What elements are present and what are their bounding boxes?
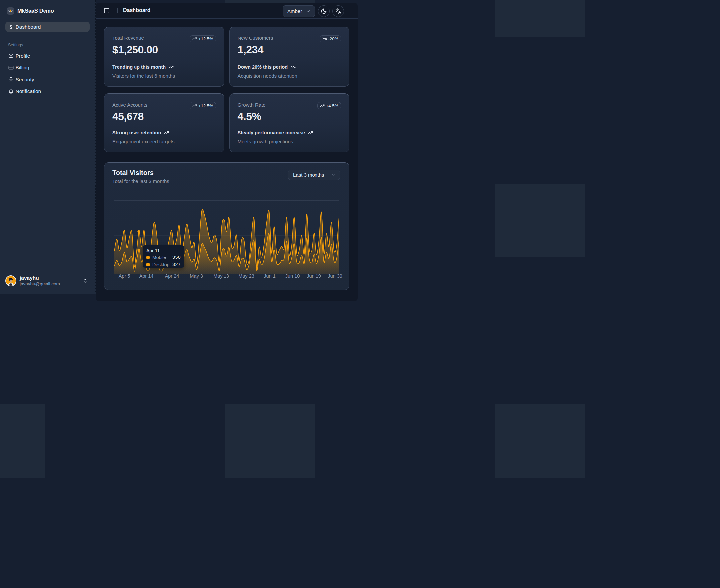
svg-text:May 23: May 23 (238, 273, 254, 279)
svg-text:Jun 10: Jun 10 (285, 273, 300, 279)
svg-text:Jun 1: Jun 1 (264, 273, 275, 279)
svg-text:May 3: May 3 (189, 273, 203, 279)
svg-text:Apr 14: Apr 14 (139, 273, 154, 279)
svg-text:Jun 30: Jun 30 (328, 273, 342, 279)
svg-text:Apr 24: Apr 24 (165, 273, 179, 279)
svg-text:Apr 5: Apr 5 (119, 273, 130, 279)
svg-text:Jun 19: Jun 19 (306, 273, 321, 279)
svg-text:May 13: May 13 (213, 273, 229, 279)
